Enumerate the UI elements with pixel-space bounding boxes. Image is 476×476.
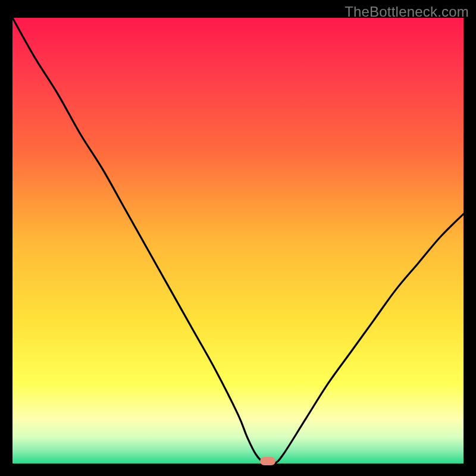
plot-area bbox=[12, 18, 464, 464]
figure: TheBottleneck.com bbox=[0, 0, 476, 476]
optimal-marker bbox=[260, 457, 275, 465]
bottleneck-curve bbox=[12, 18, 464, 464]
watermark-text: TheBottleneck.com bbox=[345, 4, 469, 20]
